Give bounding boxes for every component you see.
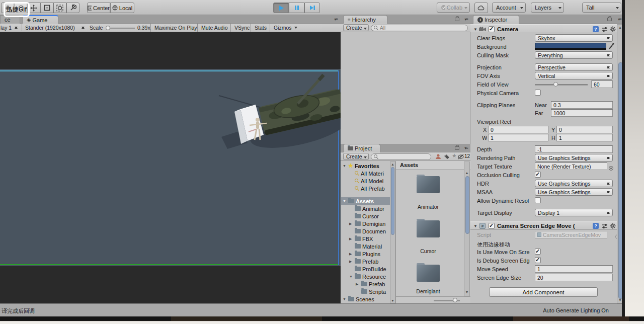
- game-panel-menu-icon[interactable]: ▾≡: [334, 17, 338, 22]
- vsync-button[interactable]: VSync: [230, 24, 253, 32]
- target-texture-field[interactable]: None (Render Texture): [535, 163, 607, 170]
- tree-all-models[interactable]: All Model: [341, 177, 390, 185]
- near-field[interactable]: 0.3: [551, 101, 613, 109]
- project-search-input[interactable]: [371, 153, 431, 160]
- tab-inspector[interactable]: i Inspector: [473, 15, 519, 24]
- tree-cursor[interactable]: Cursor: [341, 212, 390, 220]
- viewport-h-field[interactable]: 1: [556, 134, 613, 141]
- scroll-up-icon[interactable]: ▲: [464, 171, 469, 175]
- tree-all-prefabs[interactable]: All Prefab: [341, 185, 390, 192]
- mute-audio-button[interactable]: Mute Audio: [197, 24, 231, 32]
- script-component-header[interactable]: ▼ # Camera Screen Edge Move ( ?: [470, 221, 617, 230]
- hierarchy-search-input[interactable]: All: [371, 25, 468, 31]
- tree-material[interactable]: Material: [341, 242, 390, 250]
- tree-plugins[interactable]: ▶Plugins: [341, 250, 390, 258]
- layout-dropdown[interactable]: Tall: [582, 3, 621, 13]
- foldout-icon[interactable]: ▼: [473, 224, 477, 228]
- target-display-dropdown[interactable]: Display 1: [535, 209, 613, 216]
- debug-edge-checkbox[interactable]: [535, 257, 541, 263]
- tree-demigiant[interactable]: ▶Demigian: [341, 220, 390, 227]
- maximize-on-play-button[interactable]: Maximize On Play: [150, 24, 201, 32]
- projection-dropdown[interactable]: Perspective: [535, 63, 613, 71]
- project-create-button[interactable]: Create: [343, 153, 369, 160]
- pause-button[interactable]: [289, 3, 304, 13]
- fov-axis-dropdown[interactable]: Vertical: [535, 72, 613, 79]
- fov-value-field[interactable]: 60: [591, 80, 613, 88]
- collab-filter-icon[interactable]: [435, 154, 441, 159]
- occlusion-culling-checkbox[interactable]: [535, 172, 541, 178]
- presets-icon[interactable]: [602, 27, 608, 32]
- tree-resources-prefab[interactable]: ▶Prefab: [341, 280, 390, 288]
- msaa-dropdown[interactable]: Use Graphics Settings: [535, 188, 613, 196]
- tree-resources[interactable]: ▼Resource: [341, 273, 390, 280]
- play-button[interactable]: [273, 3, 289, 13]
- layers-dropdown[interactable]: Layers: [531, 3, 564, 13]
- project-panel-menu-icon[interactable]: ▾≡: [464, 146, 468, 150]
- object-picker-icon[interactable]: [609, 166, 613, 171]
- scrollbar-thumb[interactable]: [391, 167, 394, 235]
- favorites-filter-icon[interactable]: ★: [452, 153, 457, 158]
- custom-tool-button[interactable]: [66, 3, 79, 13]
- camera-enabled-checkbox[interactable]: [489, 26, 495, 32]
- expand-arrow-icon[interactable]: ▶: [356, 282, 358, 286]
- physical-camera-checkbox[interactable]: [535, 90, 541, 96]
- hierarchy-lock-icon[interactable]: [455, 18, 459, 21]
- asset-pane-scrollbar[interactable]: ▲ ▼: [464, 161, 470, 296]
- scale-slider-thumb[interactable]: [106, 26, 110, 30]
- project-tree-scrollbar[interactable]: ▲ ▼: [390, 161, 395, 303]
- viewport-y-field[interactable]: 0: [556, 126, 613, 133]
- expand-arrow-icon[interactable]: ▶: [349, 260, 352, 264]
- culling-mask-dropdown[interactable]: Everything: [535, 51, 613, 59]
- collab-dropdown[interactable]: Collab: [437, 3, 470, 13]
- clear-flags-dropdown[interactable]: Skybox: [535, 34, 613, 42]
- hdr-dropdown[interactable]: Use Graphics Settings: [535, 180, 613, 187]
- stats-button[interactable]: Stats: [251, 24, 270, 32]
- move-speed-field[interactable]: 1: [535, 265, 613, 273]
- help-icon[interactable]: ?: [593, 26, 599, 32]
- foldout-icon[interactable]: ▼: [343, 297, 346, 301]
- presets-icon[interactable]: [602, 223, 608, 229]
- hierarchy-create-button[interactable]: Create: [343, 24, 369, 31]
- scroll-up-icon[interactable]: ▲: [390, 163, 395, 166]
- screen-edge-size-field[interactable]: 20: [535, 274, 613, 281]
- tab-project[interactable]: Project: [343, 144, 380, 152]
- foldout-icon[interactable]: ▼: [349, 275, 353, 278]
- tab-hierarchy[interactable]: ≡ Hierarchy: [343, 15, 387, 24]
- script-field[interactable]: CameraScreenEdgeMov: [535, 231, 607, 238]
- depth-field[interactable]: -1: [535, 145, 613, 153]
- gear-icon[interactable]: [610, 26, 616, 32]
- viewport-w-field[interactable]: 1: [488, 134, 548, 141]
- tree-animator[interactable]: Animator: [341, 205, 390, 212]
- aspect-dropdown[interactable]: Stander (1920x1080): [22, 24, 86, 31]
- transform-tool-button[interactable]: [53, 3, 66, 13]
- space-toggle-button[interactable]: Local: [110, 3, 134, 13]
- folder-demigiant[interactable]: [417, 265, 440, 282]
- scrollbar-thumb[interactable]: [465, 176, 469, 234]
- foldout-icon[interactable]: ▼: [343, 199, 346, 203]
- foldout-icon[interactable]: ▼: [343, 164, 346, 168]
- expand-arrow-icon[interactable]: ▶: [349, 237, 352, 241]
- expand-arrow-icon[interactable]: ▶: [349, 252, 352, 256]
- help-icon[interactable]: ?: [593, 223, 599, 229]
- thumbnail-size-thumb[interactable]: [453, 298, 457, 302]
- add-component-button[interactable]: Add Component: [489, 287, 598, 297]
- hierarchy-panel-menu-icon[interactable]: ▾≡: [464, 17, 468, 22]
- rect-tool-button[interactable]: [40, 3, 53, 13]
- viewport-x-field[interactable]: 0: [488, 126, 548, 133]
- camera-component-header[interactable]: ▼ Camera ?: [470, 24, 617, 33]
- tree-scenes[interactable]: ▼Scenes: [341, 295, 390, 303]
- account-dropdown[interactable]: Account: [492, 3, 526, 13]
- inspector-lock-icon[interactable]: [607, 18, 612, 21]
- fov-slider[interactable]: [535, 84, 588, 86]
- inspector-panel-menu-icon[interactable]: ▾≡: [618, 17, 621, 22]
- tree-all-materials[interactable]: All Materi: [341, 170, 390, 177]
- eyedropper-icon[interactable]: [608, 42, 615, 50]
- scale-slider[interactable]: [107, 28, 135, 29]
- tree-assets[interactable]: ▼Assets: [341, 197, 390, 205]
- scroll-down-icon[interactable]: ▼: [464, 290, 469, 294]
- hidden-count-eye-icon[interactable]: [458, 154, 464, 159]
- tree-documents[interactable]: Documen: [341, 227, 390, 235]
- tree-favorites[interactable]: ▼★Favorites: [341, 162, 390, 170]
- far-field[interactable]: 1000: [551, 109, 613, 117]
- game-view[interactable]: [0, 32, 341, 303]
